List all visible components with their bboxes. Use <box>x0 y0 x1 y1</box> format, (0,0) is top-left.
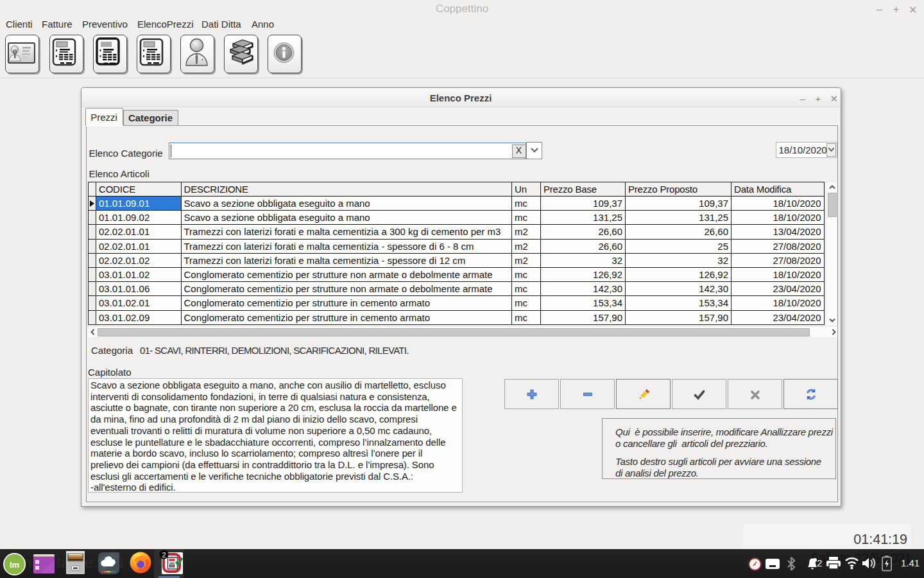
svg-text:lm: lm <box>10 560 19 570</box>
svg-text:2: 2 <box>162 551 166 559</box>
